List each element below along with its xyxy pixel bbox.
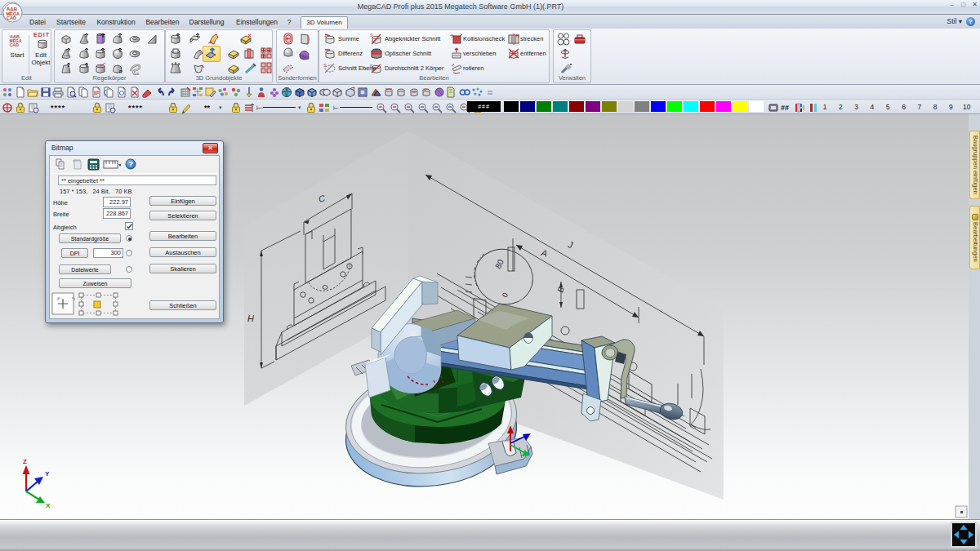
svg-text:Y: Y xyxy=(45,470,50,478)
svg-text:R: R xyxy=(119,69,122,74)
svg-text:X: X xyxy=(46,502,51,509)
svg-text:H: H xyxy=(247,313,254,323)
svg-text:S: S xyxy=(323,63,327,68)
svg-text:S: S xyxy=(370,33,373,38)
svg-text:CAD: CAD xyxy=(10,42,19,47)
svg-text:-: - xyxy=(324,49,326,54)
svg-text:?: ? xyxy=(129,160,134,168)
svg-text:CAD: CAD xyxy=(7,16,16,20)
svg-text:Z: Z xyxy=(23,458,27,465)
svg-text:H: H xyxy=(516,33,519,38)
svg-text:OP: OP xyxy=(423,87,428,91)
svg-text:+: + xyxy=(324,33,327,38)
